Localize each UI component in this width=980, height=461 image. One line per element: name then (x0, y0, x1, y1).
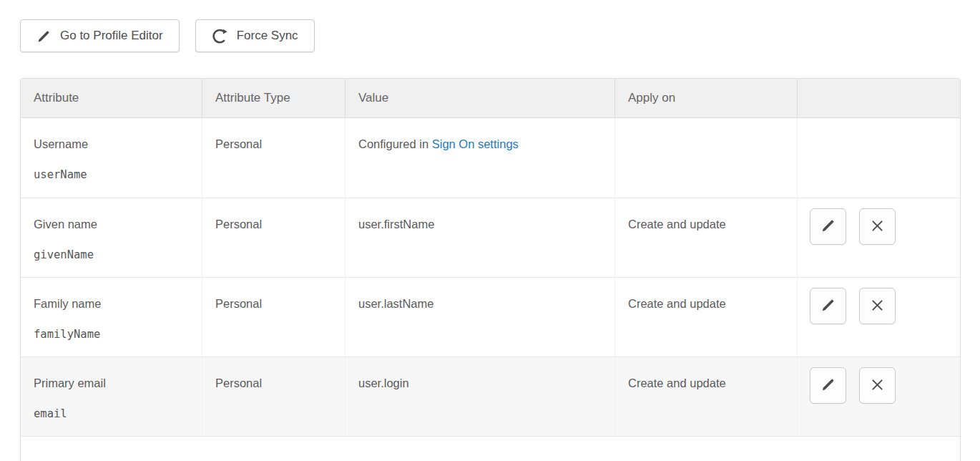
force-sync-label: Force Sync (237, 29, 298, 43)
delete-attribute-button[interactable] (859, 208, 896, 245)
partial-row-cell (21, 436, 960, 461)
pencil-icon (36, 29, 52, 44)
attribute-cell: Primary email email (21, 356, 202, 436)
actions-cell (797, 198, 960, 277)
header-attribute-type: Attribute Type (202, 79, 345, 118)
header-attribute: Attribute (21, 79, 202, 118)
table-row-username: Username userName Personal Configured in… (21, 118, 960, 198)
apply-on-cell (614, 118, 797, 198)
force-sync-button[interactable]: Force Sync (195, 19, 315, 52)
refresh-icon (212, 28, 228, 44)
attribute-cell: Username userName (21, 118, 202, 198)
go-to-profile-editor-button[interactable]: Go to Profile Editor (20, 19, 180, 52)
sign-on-settings-link[interactable]: Sign On settings (432, 137, 519, 150)
attribute-mappings-table: Attribute Attribute Type Value Apply on … (20, 78, 961, 461)
value-cell: user.lastName (345, 277, 614, 356)
pencil-icon (820, 297, 836, 315)
attribute-cell: Family name familyName (21, 277, 202, 356)
attribute-variable: familyName (34, 328, 189, 341)
value-cell: Configured in Sign On settings (345, 118, 614, 198)
delete-attribute-button[interactable] (859, 367, 896, 404)
attribute-label: Username (34, 137, 88, 150)
value-prefix: Configured in (358, 137, 432, 150)
attribute-label: Family name (34, 297, 101, 310)
table-header-row: Attribute Attribute Type Value Apply on (21, 79, 960, 118)
attribute-mappings-page: Go to Profile Editor Force Sync Attribut… (0, 0, 980, 461)
close-icon (870, 377, 885, 394)
actions-cell (797, 356, 960, 436)
actions-cell (797, 277, 960, 356)
pencil-icon (820, 218, 836, 236)
delete-attribute-button[interactable] (859, 288, 896, 324)
attribute-label: Given name (34, 218, 97, 230)
edit-attribute-button[interactable] (810, 367, 846, 404)
go-to-profile-editor-label: Go to Profile Editor (60, 29, 163, 43)
attribute-label: Primary email (34, 377, 106, 389)
attribute-type-cell: Personal (202, 118, 345, 198)
attribute-variable: givenName (34, 248, 189, 261)
table-row-given-name: Given name givenName Personal user.first… (21, 198, 960, 277)
actions-cell (797, 118, 960, 198)
row-actions (810, 367, 960, 404)
row-actions (810, 288, 960, 324)
apply-on-cell: Create and update (614, 277, 797, 356)
close-icon (870, 218, 885, 236)
header-apply-on: Apply on (614, 79, 797, 118)
value-cell: user.login (345, 356, 614, 436)
toolbar: Go to Profile Editor Force Sync (20, 19, 961, 52)
table-row-primary-email: Primary email email Personal user.login … (21, 356, 960, 436)
edit-attribute-button[interactable] (810, 288, 846, 324)
close-icon (870, 298, 885, 315)
attribute-variable: userName (34, 168, 189, 181)
attribute-type-cell: Personal (202, 198, 345, 277)
attribute-variable: email (34, 407, 189, 420)
header-actions (797, 79, 960, 118)
attribute-cell: Given name givenName (21, 198, 202, 277)
table-row-family-name: Family name familyName Personal user.las… (21, 277, 960, 356)
value-cell: user.firstName (345, 198, 614, 277)
table-row-partial (21, 436, 960, 461)
apply-on-cell: Create and update (614, 356, 797, 436)
apply-on-cell: Create and update (614, 198, 797, 277)
header-value: Value (345, 79, 614, 118)
pencil-icon (820, 377, 836, 394)
edit-attribute-button[interactable] (810, 208, 846, 245)
row-actions (810, 208, 960, 245)
attribute-type-cell: Personal (202, 277, 345, 356)
attribute-type-cell: Personal (202, 356, 345, 436)
